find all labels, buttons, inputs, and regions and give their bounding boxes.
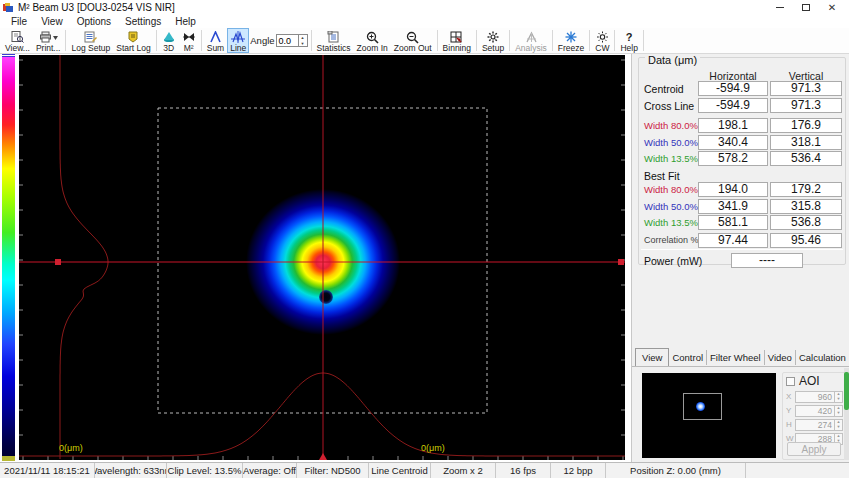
cell-vertical: 179.2 [770,182,842,197]
aoi-checkbox[interactable] [786,377,795,386]
toolbar-button-label: CW [595,43,609,53]
beam-display[interactable]: 0(μm)0(μm) [19,55,625,460]
print-button[interactable]: Print... [33,28,64,53]
angle-input[interactable]: 0.0 [276,34,299,47]
row-label: Width 80.0% [644,184,698,195]
zoom-in-button[interactable]: Zoom In [354,28,391,53]
toolbar-button-label: Freeze [558,43,584,53]
cell-horizontal: 198.1 [698,118,768,133]
data-row-width-50-0-: Width 50.0%341.9315.8 [639,199,845,214]
bottom-axis-label: 0(μm) [421,443,445,453]
apply-button[interactable]: Apply [787,442,841,456]
maximize-button[interactable] [793,0,819,15]
analysis-icon [525,31,538,43]
close-icon: ✕ [828,3,836,13]
row-label: Width 13.5% [644,153,698,164]
print-icon [39,31,58,43]
cell-horizontal: 581.1 [698,215,768,230]
row-label: Centroid [644,83,684,95]
data-row-width-13-5-: Width 13.5%578.2536.4 [639,151,845,166]
zoom-out-button[interactable]: Zoom Out [391,28,435,53]
status-1: Wavelength: 633nm [95,463,167,478]
menu-options[interactable]: Options [70,16,118,27]
cell-vertical: 971.3 [770,81,842,96]
close-button[interactable]: ✕ [819,0,845,15]
data-row-width-80-0-: Width 80.0%194.0179.2 [639,182,845,197]
start-log-button[interactable]: Start Log [113,28,154,53]
tab-filter-wheel[interactable]: Filter Wheel [707,350,765,365]
toolbar-button-label: Line [230,43,246,53]
m2-button[interactable]: M² [179,28,199,53]
row-label: Cross Line [644,100,694,112]
data-row-cross-line: Cross Line-594.9971.3 [639,98,845,113]
tab-video[interactable]: Video [765,350,796,365]
tab-control[interactable]: Control [669,350,707,365]
statistics-button[interactable]: Statistics [314,28,354,53]
freeze-button[interactable]: Freeze [555,28,587,53]
toolbar-button-label: Sum [207,43,224,53]
sum-button[interactable]: Sum [204,28,227,53]
scrollbar-thumb[interactable] [844,372,849,410]
toolbar-button-label: 3D [163,43,174,53]
aoi-field-x: X960▲▼ [786,390,843,403]
toolbar-button-label: Binning [443,43,471,53]
toolbar-separator [614,30,615,51]
angle-spinner[interactable]: ▲▼ [299,34,308,47]
crosshair-left-marker [55,259,61,265]
log-setup-button[interactable]: Log Setup [68,28,113,53]
toolbar-button-label: Start Log [116,43,151,53]
binning-icon [450,31,463,43]
row-label: Width 80.0% [644,120,698,131]
help-button[interactable]: ?Help [617,28,640,53]
power-value-cell: ---- [731,253,803,268]
help-icon: ? [624,31,634,43]
cell-vertical: 536.4 [770,151,842,166]
window-title: M² Beam U3 [DOU3-0254 VIS NIR] [18,2,175,13]
panel-scrollbar[interactable] [844,368,849,460]
binning-button[interactable]: Binning [440,28,474,53]
status-9: Position Z: 0.00 (mm) [606,463,746,478]
color-scale-bar[interactable] [2,57,15,456]
aoi-field-input[interactable]: 960 [796,392,834,402]
aoi-field-spinner[interactable]: ▲▼ [834,392,842,402]
3d-button[interactable]: 3D [159,28,179,53]
toolbar-separator [476,30,477,51]
colorbar-cap [2,456,15,461]
tab-calculation[interactable]: Calculation [796,350,849,365]
toolbar-button-label: Print... [36,43,61,53]
cell-vertical: 176.9 [770,118,842,133]
toolbar-button-label: Zoom Out [394,43,432,53]
tab-view[interactable]: View [635,348,669,366]
menu-bar: FileViewOptionsSettingsHelp [0,15,849,28]
title-bar: M² Beam U3 [DOU3-0254 VIS NIR] ✕ [0,0,849,15]
tab-divider [632,366,849,367]
m2-icon [182,31,196,43]
setup-button[interactable]: Setup [479,28,507,53]
toolbar-separator [201,30,202,51]
status-6: Zoom x 2 [431,463,496,478]
aoi-field-spinner[interactable]: ▲▼ [834,420,842,430]
menu-help[interactable]: Help [168,16,203,27]
toolbar-button-label: View... [5,43,30,53]
camera-preview[interactable] [642,373,776,458]
statistics-icon [327,31,340,43]
aoi-field-input[interactable]: 420 [796,406,834,416]
cw-button[interactable]: CW [592,28,612,53]
view-button[interactable]: View... [2,28,33,53]
data-row-power: Power (mW)---- [639,253,845,268]
line-button[interactable]: Line [227,28,249,53]
minimize-button[interactable] [767,0,793,15]
aoi-group: AOI X960▲▼Y420▲▼H274▲▼W288▲▼ Apply [782,372,846,460]
menu-settings[interactable]: Settings [118,16,168,27]
menu-view[interactable]: View [34,16,70,27]
beam-view: 0(μm)0(μm) [0,54,631,462]
toolbar-separator [65,30,66,51]
cell-horizontal: 341.9 [698,199,768,214]
aoi-field-spinner[interactable]: ▲▼ [834,406,842,416]
analysis-button[interactable]: Analysis [512,28,550,53]
aoi-field-input[interactable]: 274 [796,420,834,430]
preview-beam-dot [696,402,705,411]
aoi-field-label: X [786,392,795,401]
menu-file[interactable]: File [4,16,34,27]
zoom-out-icon [406,31,419,43]
